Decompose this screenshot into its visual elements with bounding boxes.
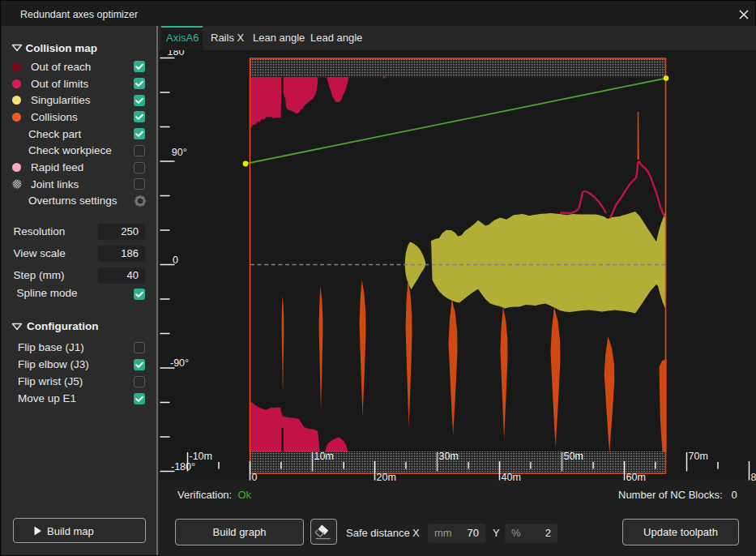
svg-text:0: 0 xyxy=(173,254,178,266)
svg-text:10m: 10m xyxy=(314,451,334,462)
svg-text:-90°: -90° xyxy=(170,357,189,369)
svg-text:50m: 50m xyxy=(564,451,583,462)
svg-text:90°: 90° xyxy=(172,147,187,158)
svg-text:180: 180 xyxy=(168,50,185,58)
svg-text:-10m: -10m xyxy=(190,451,212,462)
svg-text:30m: 30m xyxy=(439,451,459,462)
svg-text:-180°: -180° xyxy=(171,461,195,473)
svg-text:70m: 70m xyxy=(689,451,708,462)
